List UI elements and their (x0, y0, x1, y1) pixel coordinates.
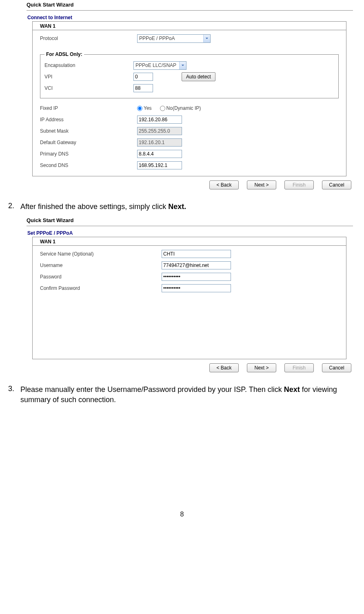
encapsulation-select-value: PPPoE LLC/SNAP (134, 62, 179, 68)
second-dns-label: Second DNS (40, 162, 137, 168)
ip-address-input[interactable] (137, 116, 182, 124)
fixed-ip-label: Fixed IP (40, 105, 137, 111)
vpi-label: VPI (44, 74, 133, 80)
primary-dns-input[interactable] (137, 150, 182, 158)
divider (27, 226, 353, 226)
chevron-down-icon (179, 62, 186, 69)
wizard-connect-to-internet: Quick Start Wizard Connect to Internet W… (27, 0, 353, 193)
step-3-text-a: Please manually enter the Username/Passw… (20, 385, 284, 394)
finish-button: Finish (284, 180, 314, 189)
step-2: 2. After finished the above settings, si… (8, 202, 356, 211)
encapsulation-select[interactable]: PPPoE LLC/SNAP (133, 61, 186, 70)
fixed-ip-yes-radio[interactable]: Yes (137, 105, 152, 111)
wizard-title: Quick Start Wizard (27, 216, 353, 225)
wizard-set-pppoe: Quick Start Wizard Set PPPoE / PPPoA WAN… (27, 216, 353, 376)
service-name-label: Service Name (Optional) (40, 251, 162, 257)
primary-dns-label: Primary DNS (40, 151, 137, 157)
wan-panel: WAN 1 Protocol PPPoE / PPPoA (32, 21, 346, 176)
fixed-ip-no-radio-input[interactable] (160, 106, 165, 111)
wizard-button-row: < Back Next > Finish Cancel (32, 176, 352, 193)
username-input[interactable] (162, 261, 231, 269)
subnet-mask-input[interactable] (137, 127, 182, 135)
adsl-fieldset: For ADSL Only: Encapsulation PPPoE LLC/S… (40, 51, 339, 98)
back-button[interactable]: < Back (209, 180, 239, 189)
divider (27, 10, 353, 11)
default-gateway-label: Default Gateway (40, 140, 137, 145)
step-2-text-b: Next. (168, 202, 186, 211)
wan-panel: WAN 1 Service Name (Optional) Username P… (32, 237, 346, 359)
step-3: 3. Please manually enter the Username/Pa… (8, 385, 356, 405)
fixed-ip-yes-radio-input[interactable] (137, 106, 142, 111)
section-title: Set PPPoE / PPPoA (27, 230, 353, 236)
vci-label: VCI (44, 85, 133, 91)
subnet-mask-label: Subnet Mask (40, 128, 137, 134)
password-input[interactable] (162, 273, 231, 281)
step-number: 2. (8, 202, 20, 211)
vci-input[interactable] (133, 84, 153, 92)
vpi-input[interactable] (133, 73, 153, 81)
page-number: 8 (8, 511, 356, 518)
wizard-title: Quick Start Wizard (27, 0, 353, 9)
section-title: Connect to Internet (27, 15, 353, 20)
step-number: 3. (8, 385, 20, 405)
chevron-down-icon (203, 35, 210, 42)
next-button[interactable]: Next > (247, 180, 276, 189)
ip-address-label: IP Address (40, 117, 137, 122)
default-gateway-input[interactable] (137, 138, 182, 147)
step-text: After finished the above settings, simpl… (20, 202, 356, 211)
finish-button: Finish (284, 363, 314, 372)
service-name-input[interactable] (162, 250, 231, 258)
wizard-button-row: < Back Next > Finish Cancel (32, 359, 352, 376)
auto-detect-button[interactable]: Auto detect (182, 72, 215, 81)
next-button[interactable]: Next > (247, 363, 276, 372)
fixed-ip-yes-label: Yes (144, 105, 152, 111)
adsl-legend: For ADSL Only: (44, 51, 84, 57)
panel-heading: WAN 1 (33, 237, 346, 246)
fixed-ip-no-radio[interactable]: No(Dynamic IP) (160, 105, 201, 111)
encapsulation-label: Encapsulation (44, 62, 133, 68)
cancel-button[interactable]: Cancel (322, 180, 351, 189)
second-dns-input[interactable] (137, 161, 182, 169)
back-button[interactable]: < Back (209, 363, 239, 372)
confirm-password-input[interactable] (162, 284, 231, 292)
username-label: Username (40, 263, 162, 268)
password-label: Password (40, 274, 162, 280)
cancel-button[interactable]: Cancel (322, 363, 351, 372)
protocol-select-value: PPPoE / PPPoA (138, 36, 177, 41)
panel-heading: WAN 1 (33, 22, 346, 30)
fixed-ip-no-label: No(Dynamic IP) (166, 105, 201, 111)
protocol-select[interactable]: PPPoE / PPPoA (137, 34, 211, 43)
step-2-text-a: After finished the above settings, simpl… (20, 202, 168, 211)
step-text: Please manually enter the Username/Passw… (20, 385, 356, 405)
step-3-text-b: Next (284, 385, 300, 394)
confirm-password-label: Confirm Password (40, 285, 162, 291)
protocol-label: Protocol (40, 36, 137, 41)
